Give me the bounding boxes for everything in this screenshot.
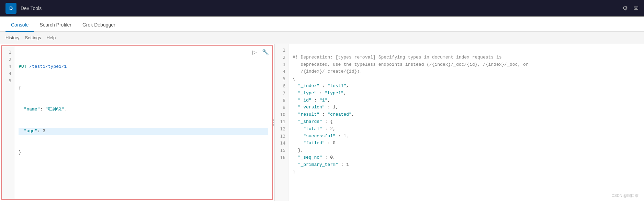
history-button[interactable]: History <box>5 35 19 40</box>
tab-bar: Console Search Profiler Grok Debugger <box>0 17 644 32</box>
mail-icon[interactable]: ✉ <box>633 4 639 12</box>
code-line-2: { <box>19 85 268 92</box>
tab-search-profiler[interactable]: Search Profiler <box>34 19 77 32</box>
app-title: Dev Tools <box>21 6 42 11</box>
tab-console[interactable]: Console <box>5 19 34 32</box>
response-line-numbers: 1 2 3 4 5 6 7 8 9 10 11 12 13 14 15 16 <box>275 44 289 201</box>
run-button[interactable]: ▷ <box>251 48 258 56</box>
editor-area[interactable]: 1 2 3 4 5 PUT /test1/type1/1 { "name": "… <box>1 45 273 200</box>
wrench-button[interactable]: 🔧 <box>261 48 270 56</box>
response-area: 1 2 3 4 5 6 7 8 9 10 11 12 13 14 15 16 #… <box>275 44 644 201</box>
editor-toolbar: ▷ 🔧 <box>251 48 270 56</box>
help-button[interactable]: Help <box>46 35 56 40</box>
top-bar: D Dev Tools ⚙ ✉ <box>0 0 644 17</box>
settings-icon[interactable]: ⚙ <box>622 4 628 12</box>
settings-button[interactable]: Settings <box>25 35 41 40</box>
code-line-5: } <box>19 149 268 156</box>
editor-code-content[interactable]: PUT /test1/type1/1 { "name": "狂神说", "age… <box>14 46 272 199</box>
top-bar-actions: ⚙ ✉ <box>622 4 639 12</box>
editor-line-numbers: 1 2 3 4 5 <box>2 46 14 199</box>
app-logo: D <box>5 3 16 14</box>
code-line-4: "age": 3 <box>19 128 268 135</box>
left-panel: 1 2 3 4 5 PUT /test1/type1/1 { "name": "… <box>0 44 275 201</box>
panel-divider[interactable] <box>272 118 275 127</box>
response-code-content[interactable]: #! Deprecation: [types removal] Specifyi… <box>289 44 644 201</box>
secondary-bar: History Settings Help <box>0 32 644 44</box>
tab-grok-debugger[interactable]: Grok Debugger <box>77 19 121 32</box>
code-line-3: "name": "狂神说", <box>19 106 268 113</box>
watermark: CSDN @喝口茶 <box>612 193 639 198</box>
main-content: 1 2 3 4 5 PUT /test1/type1/1 { "name": "… <box>0 44 644 201</box>
right-panel: 1 2 3 4 5 6 7 8 9 10 11 12 13 14 15 16 #… <box>275 44 644 201</box>
code-line-1: PUT /test1/type1/1 <box>19 63 268 71</box>
